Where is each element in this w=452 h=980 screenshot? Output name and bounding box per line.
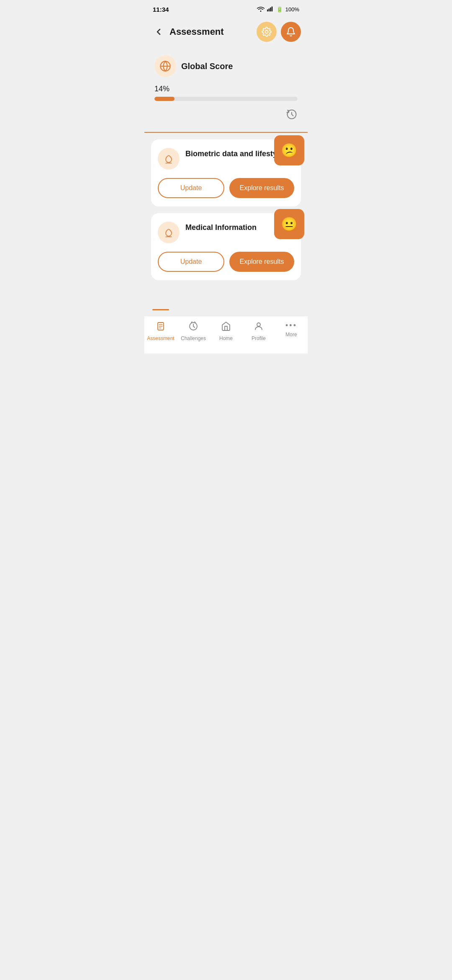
progress-bar-fill bbox=[154, 97, 175, 101]
page-title: Assessment bbox=[170, 26, 257, 37]
global-score-label: Global Score bbox=[181, 62, 233, 71]
profile-nav-label: Profile bbox=[252, 335, 266, 341]
medical-card-buttons: Update Explore results bbox=[158, 252, 294, 272]
assessment-nav-icon bbox=[156, 321, 166, 334]
progress-bar bbox=[154, 97, 298, 101]
nav-item-challenges[interactable]: Challenges bbox=[177, 321, 210, 341]
nav-item-more[interactable]: ••• More bbox=[275, 321, 308, 338]
global-score-label-row: Global Score bbox=[154, 55, 298, 77]
medical-emoji-badge: 😐 bbox=[274, 209, 304, 239]
medical-card-header: Medical Information 😐 bbox=[158, 222, 294, 243]
biometric-card-header: Biometric data and lifestyle 😕 bbox=[158, 148, 294, 170]
cards-section: Biometric data and lifestyle 😕 Update Ex… bbox=[144, 133, 308, 280]
biometric-card-buttons: Update Explore results bbox=[158, 178, 294, 198]
medical-explore-button[interactable]: Explore results bbox=[229, 252, 294, 272]
medical-emoji: 😐 bbox=[281, 216, 298, 232]
medical-update-button[interactable]: Update bbox=[158, 252, 224, 272]
svg-point-10 bbox=[257, 323, 260, 326]
nav-item-assessment[interactable]: Assessment bbox=[144, 321, 177, 341]
nav-item-profile[interactable]: Profile bbox=[242, 321, 275, 341]
biometric-emoji-badge: 😕 bbox=[274, 135, 304, 165]
status-time: 11:34 bbox=[153, 6, 169, 13]
biometric-card: Biometric data and lifestyle 😕 Update Ex… bbox=[151, 139, 301, 206]
biometric-update-button[interactable]: Update bbox=[158, 178, 224, 198]
challenges-nav-icon bbox=[188, 321, 198, 334]
score-percent: 14% bbox=[154, 85, 298, 93]
gear-button[interactable] bbox=[257, 22, 277, 42]
app-header: Assessment bbox=[144, 18, 308, 47]
nav-item-home[interactable]: Home bbox=[210, 321, 242, 341]
battery-icon: 🔋 bbox=[276, 6, 283, 13]
back-button[interactable] bbox=[151, 24, 166, 39]
medical-icon bbox=[158, 222, 180, 243]
bottom-nav: Assessment Challenges Home bbox=[144, 316, 308, 353]
status-bar: 11:34 🔋 100% bbox=[144, 0, 308, 18]
header-icons bbox=[257, 22, 301, 42]
biometric-icon bbox=[158, 148, 180, 170]
wifi-icon bbox=[257, 6, 265, 13]
svg-rect-2 bbox=[270, 7, 271, 11]
svg-rect-1 bbox=[268, 8, 269, 11]
biometric-emoji: 😕 bbox=[281, 142, 298, 158]
global-score-section: Global Score 14% bbox=[144, 47, 308, 132]
status-icons: 🔋 100% bbox=[257, 6, 299, 13]
svg-rect-3 bbox=[272, 6, 272, 11]
bell-button[interactable] bbox=[281, 22, 301, 42]
signal-icon bbox=[267, 6, 274, 13]
assessment-nav-label: Assessment bbox=[147, 335, 174, 341]
globe-icon bbox=[154, 55, 176, 77]
medical-card: Medical Information 😐 Update Explore res… bbox=[151, 213, 301, 280]
home-nav-icon bbox=[221, 321, 231, 334]
more-nav-icon: ••• bbox=[285, 321, 297, 330]
biometric-explore-button[interactable]: Explore results bbox=[229, 178, 294, 198]
profile-nav-icon bbox=[254, 321, 264, 334]
home-nav-label: Home bbox=[219, 335, 233, 341]
history-icon-row bbox=[154, 108, 298, 122]
more-nav-label: More bbox=[285, 332, 297, 338]
history-icon[interactable] bbox=[286, 108, 298, 122]
battery-percent: 100% bbox=[285, 6, 299, 13]
challenges-nav-label: Challenges bbox=[181, 335, 206, 341]
svg-rect-0 bbox=[267, 9, 268, 11]
